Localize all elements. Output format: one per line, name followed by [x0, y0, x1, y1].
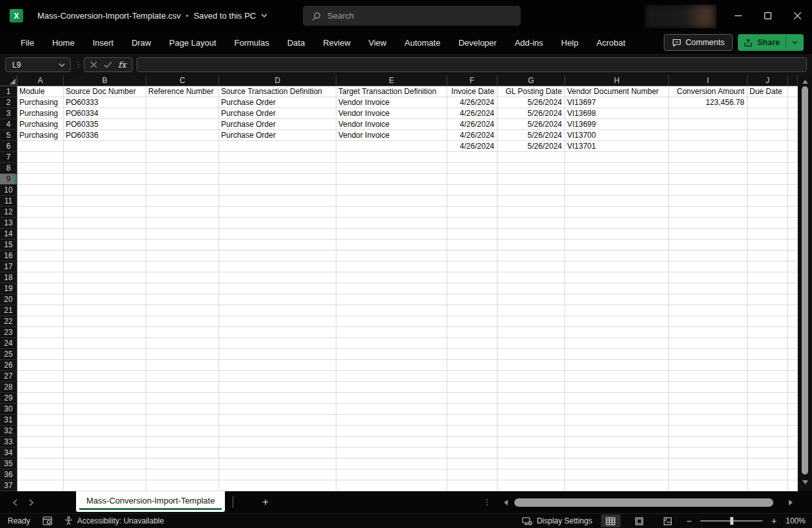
cell-G25[interactable]: [498, 349, 565, 360]
column-header-A[interactable]: A: [17, 75, 64, 86]
cell-H31[interactable]: [565, 415, 669, 426]
cell-C12[interactable]: [146, 207, 219, 218]
cell-C37[interactable]: [146, 480, 219, 491]
row-header-8[interactable]: 8: [0, 163, 17, 174]
cell-J16[interactable]: [748, 250, 788, 261]
cell-B33[interactable]: [64, 437, 146, 448]
cell-B25[interactable]: [64, 349, 146, 360]
cell-I6[interactable]: [669, 141, 748, 152]
page-layout-view-button[interactable]: [630, 514, 649, 527]
cell-partial-12[interactable]: [788, 207, 798, 218]
column-header-B[interactable]: B: [64, 75, 146, 86]
cell-partial-20[interactable]: [788, 294, 798, 305]
cell-A2[interactable]: Purchasing: [17, 97, 64, 108]
ribbon-tab-file[interactable]: File: [12, 31, 43, 54]
cell-A34[interactable]: [17, 448, 64, 458]
cell-H27[interactable]: [565, 371, 669, 382]
share-button[interactable]: Share: [738, 34, 804, 51]
cell-F8[interactable]: [447, 163, 498, 174]
cell-G32[interactable]: [498, 426, 565, 437]
cell-B14[interactable]: [64, 229, 146, 240]
cell-D34[interactable]: [219, 448, 336, 458]
cell-I25[interactable]: [669, 349, 748, 360]
cell-B21[interactable]: [64, 305, 146, 316]
comments-button[interactable]: Comments: [664, 34, 733, 51]
zoom-slider[interactable]: [701, 514, 762, 527]
cell-A8[interactable]: [17, 163, 64, 174]
cell-H12[interactable]: [565, 207, 669, 218]
cell-partial-7[interactable]: [788, 152, 798, 163]
cell-B2[interactable]: PO60333: [64, 97, 146, 108]
chevron-down-icon[interactable]: [261, 14, 267, 17]
cell-F18[interactable]: [447, 272, 498, 283]
cell-C15[interactable]: [146, 240, 219, 250]
cell-B34[interactable]: [64, 448, 146, 458]
cell-B31[interactable]: [64, 415, 146, 426]
cell-H13[interactable]: [565, 218, 669, 229]
cell-H23[interactable]: [565, 327, 669, 338]
cell-G6[interactable]: 5/26/2024: [498, 141, 565, 152]
cell-A24[interactable]: [17, 338, 64, 349]
sheet-tab-active[interactable]: Mass-Conversion-Import-Template: [76, 491, 225, 512]
cell-E19[interactable]: [336, 283, 447, 294]
cell-partial-13[interactable]: [788, 218, 798, 229]
cell-I3[interactable]: [669, 108, 748, 119]
cell-I26[interactable]: [669, 360, 748, 371]
cell-E27[interactable]: [336, 371, 447, 382]
cell-C6[interactable]: [146, 141, 219, 152]
cell-D13[interactable]: [219, 218, 336, 229]
cell-J10[interactable]: [748, 185, 788, 196]
cell-B29[interactable]: [64, 393, 146, 404]
cell-A32[interactable]: [17, 426, 64, 437]
cell-A23[interactable]: [17, 327, 64, 338]
save-status[interactable]: Saved to this PC: [193, 11, 256, 21]
cell-E1[interactable]: Target Transaction Definition: [336, 86, 447, 97]
cell-J8[interactable]: [748, 163, 788, 174]
cell-C28[interactable]: [146, 382, 219, 393]
cell-C10[interactable]: [146, 185, 219, 196]
row-header-22[interactable]: 22: [0, 316, 17, 327]
cell-F21[interactable]: [447, 305, 498, 316]
cell-J25[interactable]: [748, 349, 788, 360]
select-all-corner[interactable]: [0, 75, 17, 86]
cell-E28[interactable]: [336, 382, 447, 393]
minimize-button[interactable]: [723, 0, 753, 31]
cell-E35[interactable]: [336, 458, 447, 469]
row-header-4[interactable]: 4: [0, 119, 17, 130]
cell-J2[interactable]: [748, 97, 788, 108]
cell-C18[interactable]: [146, 272, 219, 283]
cancel-icon[interactable]: [90, 61, 97, 68]
cell-B19[interactable]: [64, 283, 146, 294]
cell-G8[interactable]: [498, 163, 565, 174]
cell-G30[interactable]: [498, 404, 565, 415]
cell-D1[interactable]: Source Transaction Definition: [219, 86, 336, 97]
cell-I10[interactable]: [669, 185, 748, 196]
cell-B28[interactable]: [64, 382, 146, 393]
cell-D21[interactable]: [219, 305, 336, 316]
cell-J37[interactable]: [748, 480, 788, 491]
cell-B36[interactable]: [64, 469, 146, 480]
cell-G34[interactable]: [498, 448, 565, 458]
cell-J6[interactable]: [748, 141, 788, 152]
cell-G9[interactable]: [498, 174, 565, 185]
cell-F28[interactable]: [447, 382, 498, 393]
row-header-2[interactable]: 2: [0, 97, 17, 108]
cell-partial-22[interactable]: [788, 316, 798, 327]
scroll-up-icon[interactable]: [798, 77, 812, 87]
cell-G27[interactable]: [498, 371, 565, 382]
scroll-left-icon[interactable]: [501, 498, 510, 507]
cell-I33[interactable]: [669, 437, 748, 448]
cell-A19[interactable]: [17, 283, 64, 294]
cell-F23[interactable]: [447, 327, 498, 338]
accessibility-status[interactable]: Accessibility: Unavailable: [64, 516, 164, 525]
cell-I9[interactable]: [669, 174, 748, 185]
cell-E9[interactable]: [336, 174, 447, 185]
cell-F34[interactable]: [447, 448, 498, 458]
cell-F14[interactable]: [447, 229, 498, 240]
column-header-D[interactable]: D: [219, 75, 336, 86]
cell-F6[interactable]: 4/26/2024: [447, 141, 498, 152]
row-header-23[interactable]: 23: [0, 327, 17, 338]
cell-C24[interactable]: [146, 338, 219, 349]
cell-J3[interactable]: [748, 108, 788, 119]
cell-J28[interactable]: [748, 382, 788, 393]
